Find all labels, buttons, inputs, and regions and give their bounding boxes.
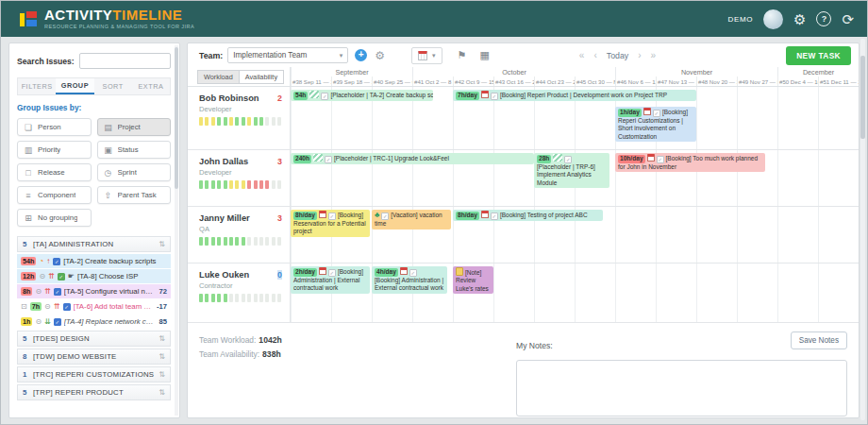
issue-item[interactable]: 54h◔↑✓[TA-2] Create backup scripts: [17, 254, 171, 268]
person-name: John Dallas: [199, 157, 248, 166]
heat-bar: [242, 294, 245, 302]
group-by-priority[interactable]: ▥Priority: [17, 141, 92, 159]
person-role: QA: [199, 225, 282, 233]
group-by-component[interactable]: ≡Component: [17, 186, 92, 204]
settings-gear-icon[interactable]: ⚙: [793, 12, 806, 26]
issue-group-header[interactable]: 8[TDW] DEMO WEBSITE⇅: [17, 348, 171, 365]
search-issues-input[interactable]: [79, 53, 171, 69]
person-cell[interactable]: Janny Miller3QA: [188, 207, 291, 263]
grid-view-icon[interactable]: ▦: [479, 49, 489, 61]
issue-item[interactable]: ⊡7h⊝⇈✓[TA-6] Add total team availability…: [17, 299, 171, 314]
person-cell[interactable]: John Dallas3Developer: [188, 150, 291, 206]
team-availability-label: Team Availability:: [199, 349, 259, 359]
week-label: #46 Nov 6 — 12…: [615, 76, 656, 86]
sort-icon[interactable]: ⇅: [159, 240, 165, 248]
task-bar[interactable]: ♣✓[Vacation] vacation time: [372, 210, 451, 230]
save-notes-button[interactable]: Save Notes: [791, 332, 847, 349]
issue-item[interactable]: 8h⊝⇈✓[TA-5] Configure virtual network72: [17, 284, 171, 298]
sort-icon[interactable]: ⇅: [159, 352, 165, 361]
team-settings-gear-icon[interactable]: ⚙: [375, 49, 385, 62]
group-by-sprint[interactable]: ◷Sprint: [97, 163, 172, 181]
sort-icon[interactable]: ⇅: [159, 334, 165, 343]
window-scrollbar-thumb[interactable]: [860, 56, 865, 139]
release-icon: □: [24, 168, 33, 178]
task-bar[interactable]: 54h✓[Placeholder | TA-2] Create backup s…: [291, 90, 433, 101]
tab-sort[interactable]: SORT: [94, 78, 132, 94]
arrows-up-icon: ⇈: [44, 288, 51, 296]
person-icon: ❏: [24, 123, 33, 132]
hours-badge: 8h/day: [456, 212, 479, 220]
team-select[interactable]: Implementation Team ▾: [227, 47, 348, 63]
milestones-flag-icon[interactable]: ⚑: [458, 49, 467, 61]
hours-badge: 240h: [293, 155, 311, 163]
issue-group-header[interactable]: 5[TA] ADMINISTRATION⇅: [17, 236, 171, 252]
issue-item[interactable]: 1h⊝⇊✓[TA-4] Replace network card85: [17, 314, 171, 329]
issue-group-header[interactable]: 5[TDES] DESIGN⇅: [17, 331, 171, 347]
week-label: #45 Oct 30 — N…: [575, 76, 615, 86]
group-by-no-grouping[interactable]: ⊞No grouping: [17, 209, 92, 227]
tab-extra[interactable]: EXTRA: [132, 78, 170, 94]
group-by-parent-task[interactable]: ⇧Parent Task: [97, 186, 172, 204]
heat-bar: [272, 237, 275, 246]
view-mode-select[interactable]: ▾: [411, 47, 442, 64]
today-button[interactable]: Today: [607, 51, 628, 60]
my-notes-textarea[interactable]: [516, 360, 847, 416]
heat-bar: [247, 294, 251, 302]
heat-bar: [254, 237, 258, 246]
nav-prev-button[interactable]: ‹: [593, 50, 596, 60]
nav-last-button[interactable]: »: [651, 50, 657, 60]
issue-item[interactable]: 12h⊝⇈✓☛[TA-8] Choose ISP: [17, 269, 171, 283]
workload-tab[interactable]: Workload: [197, 70, 240, 84]
heat-bar: [242, 117, 245, 126]
heat-bar: [217, 180, 221, 189]
task-bar[interactable]: 10h/day✓[Booking] Too much work planned …: [615, 153, 765, 172]
group-by-status[interactable]: ▣Status: [97, 141, 172, 159]
heat-bar: [265, 180, 269, 189]
tab-group[interactable]: GROUP: [56, 78, 93, 94]
estimate-badge: 8h: [21, 287, 32, 296]
task-bar[interactable]: 8h/day✓[Booking] Testing of project ABC: [453, 210, 603, 221]
person-cell[interactable]: Bob Robinson2Developer: [188, 87, 291, 149]
person-cell[interactable]: Luke Ouken0Contractor: [188, 264, 291, 322]
task-bar[interactable]: 4h/day✓[Booking] Administration | Extern…: [372, 266, 447, 294]
tab-filters[interactable]: FILTERS: [18, 78, 56, 94]
task-bar[interactable]: 8h/day✓[Booking] Reservation for a Poten…: [291, 210, 370, 237]
component-icon: ≡: [24, 191, 33, 200]
issue-group-header[interactable]: 1[TRC] REPERI CUSTOMIZATIONS⇅: [17, 366, 171, 382]
heat-bar: [224, 237, 227, 246]
checkbox-icon: ✓: [381, 212, 389, 220]
nav-next-button[interactable]: ›: [638, 50, 641, 60]
nav-first-button[interactable]: «: [579, 50, 585, 60]
new-task-button[interactable]: NEW TASK: [786, 46, 851, 65]
task-bar[interactable]: 240h✓[Placeholder | TRC-1] Upgrade Look&…: [291, 153, 534, 164]
group-count: 8: [23, 352, 33, 361]
month-label: September: [291, 67, 412, 76]
add-team-button[interactable]: +: [355, 49, 367, 61]
user-avatar[interactable]: [763, 9, 783, 29]
issue-group-header[interactable]: 5[TRP] REPERI PRODUCT⇅: [17, 384, 171, 400]
task-bar[interactable]: [Note] Review Luke's rates: [453, 266, 493, 294]
sort-icon[interactable]: ⇅: [159, 370, 165, 379]
estimate-badge: 54h: [21, 257, 36, 265]
task-text: [Placeholder | TRP-6] Implement Analytic…: [537, 163, 595, 186]
task-bar[interactable]: 1h/day✓[Booking] Reperi Customizations |…: [615, 107, 696, 142]
estimate-badge: 12h: [21, 272, 36, 280]
refresh-icon[interactable]: ⟳: [842, 12, 854, 26]
group-by-person[interactable]: ❏Person: [17, 118, 92, 136]
heat-bar: [242, 180, 245, 189]
heat-bar: [211, 294, 215, 302]
sort-icon[interactable]: ⇅: [159, 388, 165, 397]
heat-bar: [277, 237, 281, 246]
heat-bar: [224, 180, 227, 189]
task-bar[interactable]: 7h/day✓[Booking] Reperi Product | Develo…: [453, 90, 696, 101]
group-by-project[interactable]: ▤Project: [97, 118, 172, 136]
task-bar[interactable]: 2h/day✓[Booking] Administration | Extern…: [291, 266, 370, 294]
group-by-release[interactable]: □Release: [17, 163, 92, 181]
task-bar[interactable]: 28h✓[Placeholder | TRP-6] Implement Anal…: [534, 153, 609, 188]
heat-bar: [211, 237, 215, 246]
availability-tab[interactable]: Availability: [239, 70, 284, 84]
help-icon[interactable]: ?: [816, 11, 831, 26]
sidebar-scrollbar-thumb[interactable]: [175, 47, 178, 189]
issue-title: [TA-5] Configure virtual network: [64, 287, 157, 296]
person-schedule-grid: 54h✓[Placeholder | TA-2] Create backup s…: [291, 87, 859, 149]
